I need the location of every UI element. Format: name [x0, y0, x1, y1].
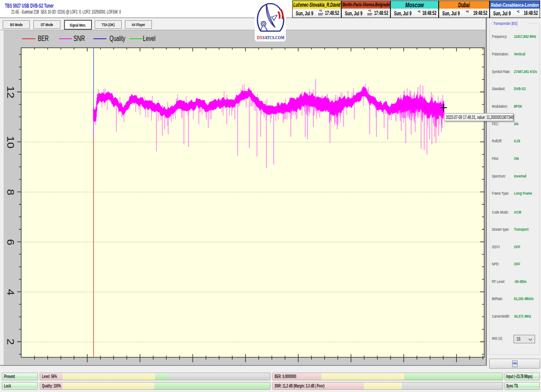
svg-text:DXSATCS.COM: DXSATCS.COM — [257, 35, 284, 40]
